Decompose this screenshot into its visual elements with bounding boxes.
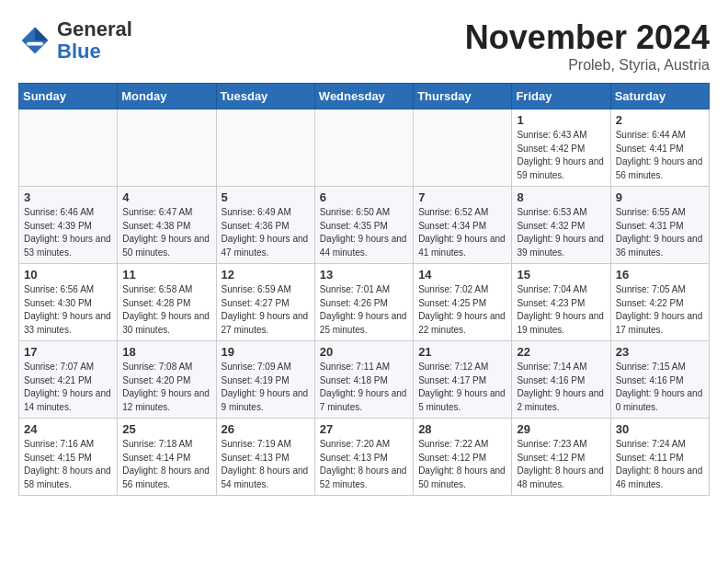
calendar-cell: 22Sunrise: 7:14 AM Sunset: 4:16 PM Dayli… bbox=[512, 341, 610, 419]
day-number: 10 bbox=[24, 268, 112, 282]
day-number: 27 bbox=[320, 422, 408, 436]
day-number: 30 bbox=[616, 422, 704, 436]
calendar-cell: 29Sunrise: 7:23 AM Sunset: 4:12 PM Dayli… bbox=[512, 419, 610, 496]
week-row-3: 10Sunrise: 6:56 AM Sunset: 4:30 PM Dayli… bbox=[19, 264, 710, 341]
day-info: Sunrise: 6:47 AM Sunset: 4:38 PM Dayligh… bbox=[122, 206, 210, 259]
calendar-cell bbox=[414, 109, 512, 187]
calendar-cell: 14Sunrise: 7:02 AM Sunset: 4:25 PM Dayli… bbox=[414, 264, 512, 341]
day-number: 14 bbox=[418, 268, 506, 282]
day-number: 3 bbox=[24, 190, 112, 204]
day-info: Sunrise: 7:16 AM Sunset: 4:15 PM Dayligh… bbox=[24, 438, 112, 491]
day-number: 12 bbox=[222, 268, 310, 282]
header-row: SundayMondayTuesdayWednesdayThursdayFrid… bbox=[19, 84, 710, 109]
calendar-cell: 5Sunrise: 6:49 AM Sunset: 4:36 PM Daylig… bbox=[216, 187, 314, 264]
svg-rect-2 bbox=[27, 42, 43, 46]
header-day-saturday: Saturday bbox=[610, 84, 709, 109]
day-info: Sunrise: 6:59 AM Sunset: 4:27 PM Dayligh… bbox=[222, 283, 310, 337]
header-day-tuesday: Tuesday bbox=[216, 84, 314, 109]
day-info: Sunrise: 6:49 AM Sunset: 4:36 PM Dayligh… bbox=[222, 206, 310, 259]
calendar-subtitle: Proleb, Styria, Austria bbox=[465, 57, 710, 74]
calendar-cell: 17Sunrise: 7:07 AM Sunset: 4:21 PM Dayli… bbox=[19, 341, 118, 419]
calendar-cell: 10Sunrise: 6:56 AM Sunset: 4:30 PM Dayli… bbox=[19, 264, 118, 341]
week-row-2: 3Sunrise: 6:46 AM Sunset: 4:39 PM Daylig… bbox=[19, 187, 710, 264]
day-number: 13 bbox=[320, 268, 408, 282]
logo-blue: Blue bbox=[57, 40, 101, 63]
header-day-thursday: Thursday bbox=[414, 84, 512, 109]
calendar-cell bbox=[19, 109, 118, 187]
day-number: 1 bbox=[517, 113, 605, 127]
page-header: General Blue November 2024 Proleb, Styri… bbox=[18, 18, 710, 74]
day-number: 21 bbox=[418, 345, 506, 359]
day-info: Sunrise: 6:55 AM Sunset: 4:31 PM Dayligh… bbox=[616, 206, 704, 259]
calendar-cell bbox=[118, 109, 216, 187]
day-info: Sunrise: 6:56 AM Sunset: 4:30 PM Dayligh… bbox=[24, 283, 112, 337]
day-info: Sunrise: 7:23 AM Sunset: 4:12 PM Dayligh… bbox=[517, 438, 605, 491]
day-info: Sunrise: 7:04 AM Sunset: 4:23 PM Dayligh… bbox=[517, 283, 605, 337]
calendar-cell: 4Sunrise: 6:47 AM Sunset: 4:38 PM Daylig… bbox=[118, 187, 216, 264]
day-info: Sunrise: 7:02 AM Sunset: 4:25 PM Dayligh… bbox=[418, 283, 506, 337]
day-number: 26 bbox=[222, 422, 310, 436]
day-number: 7 bbox=[418, 190, 506, 204]
calendar-cell: 9Sunrise: 6:55 AM Sunset: 4:31 PM Daylig… bbox=[610, 187, 709, 264]
day-number: 20 bbox=[320, 345, 408, 359]
calendar-cell bbox=[314, 109, 413, 187]
day-number: 24 bbox=[24, 422, 112, 436]
day-info: Sunrise: 7:09 AM Sunset: 4:19 PM Dayligh… bbox=[222, 361, 310, 414]
header-day-sunday: Sunday bbox=[19, 84, 118, 109]
day-info: Sunrise: 6:58 AM Sunset: 4:28 PM Dayligh… bbox=[122, 283, 210, 337]
calendar-cell: 18Sunrise: 7:08 AM Sunset: 4:20 PM Dayli… bbox=[118, 341, 216, 419]
day-number: 18 bbox=[122, 345, 210, 359]
day-number: 17 bbox=[24, 345, 112, 359]
day-info: Sunrise: 6:52 AM Sunset: 4:34 PM Dayligh… bbox=[418, 206, 506, 259]
day-info: Sunrise: 6:46 AM Sunset: 4:39 PM Dayligh… bbox=[24, 206, 112, 259]
day-number: 28 bbox=[418, 422, 506, 436]
calendar-cell: 6Sunrise: 6:50 AM Sunset: 4:35 PM Daylig… bbox=[314, 187, 413, 264]
calendar-title: November 2024 bbox=[465, 18, 710, 57]
day-number: 25 bbox=[122, 422, 210, 436]
calendar-cell: 20Sunrise: 7:11 AM Sunset: 4:18 PM Dayli… bbox=[314, 341, 413, 419]
calendar-cell: 26Sunrise: 7:19 AM Sunset: 4:13 PM Dayli… bbox=[216, 419, 314, 496]
day-number: 9 bbox=[616, 190, 704, 204]
calendar-cell: 21Sunrise: 7:12 AM Sunset: 4:17 PM Dayli… bbox=[414, 341, 512, 419]
day-number: 23 bbox=[616, 345, 704, 359]
calendar-cell: 23Sunrise: 7:15 AM Sunset: 4:16 PM Dayli… bbox=[610, 341, 709, 419]
day-info: Sunrise: 7:11 AM Sunset: 4:18 PM Dayligh… bbox=[320, 361, 408, 414]
calendar-cell: 13Sunrise: 7:01 AM Sunset: 4:26 PM Dayli… bbox=[314, 264, 413, 341]
day-info: Sunrise: 7:14 AM Sunset: 4:16 PM Dayligh… bbox=[517, 361, 605, 414]
week-row-5: 24Sunrise: 7:16 AM Sunset: 4:15 PM Dayli… bbox=[19, 419, 710, 496]
day-info: Sunrise: 7:15 AM Sunset: 4:16 PM Dayligh… bbox=[616, 361, 704, 414]
day-number: 11 bbox=[122, 268, 210, 282]
calendar-table: SundayMondayTuesdayWednesdayThursdayFrid… bbox=[18, 83, 710, 496]
day-info: Sunrise: 7:20 AM Sunset: 4:13 PM Dayligh… bbox=[320, 438, 408, 491]
day-info: Sunrise: 7:01 AM Sunset: 4:26 PM Dayligh… bbox=[320, 283, 408, 337]
calendar-cell: 24Sunrise: 7:16 AM Sunset: 4:15 PM Dayli… bbox=[19, 419, 118, 496]
calendar-cell: 16Sunrise: 7:05 AM Sunset: 4:22 PM Dayli… bbox=[610, 264, 709, 341]
day-info: Sunrise: 6:43 AM Sunset: 4:42 PM Dayligh… bbox=[517, 129, 605, 182]
week-row-4: 17Sunrise: 7:07 AM Sunset: 4:21 PM Dayli… bbox=[19, 341, 710, 419]
svg-marker-1 bbox=[35, 28, 48, 40]
calendar-cell: 30Sunrise: 7:24 AM Sunset: 4:11 PM Dayli… bbox=[610, 419, 709, 496]
day-number: 2 bbox=[616, 113, 704, 127]
week-row-1: 1Sunrise: 6:43 AM Sunset: 4:42 PM Daylig… bbox=[19, 109, 710, 187]
day-info: Sunrise: 7:24 AM Sunset: 4:11 PM Dayligh… bbox=[616, 438, 704, 491]
day-number: 4 bbox=[122, 190, 210, 204]
day-number: 22 bbox=[517, 345, 605, 359]
day-info: Sunrise: 7:18 AM Sunset: 4:14 PM Dayligh… bbox=[122, 438, 210, 491]
day-number: 29 bbox=[517, 422, 605, 436]
day-info: Sunrise: 6:50 AM Sunset: 4:35 PM Dayligh… bbox=[320, 206, 408, 259]
day-number: 15 bbox=[517, 268, 605, 282]
calendar-header: SundayMondayTuesdayWednesdayThursdayFrid… bbox=[19, 84, 710, 109]
calendar-cell: 19Sunrise: 7:09 AM Sunset: 4:19 PM Dayli… bbox=[216, 341, 314, 419]
calendar-cell: 2Sunrise: 6:44 AM Sunset: 4:41 PM Daylig… bbox=[610, 109, 709, 187]
calendar-cell: 28Sunrise: 7:22 AM Sunset: 4:12 PM Dayli… bbox=[414, 419, 512, 496]
logo-general: General bbox=[57, 17, 132, 40]
calendar-body: 1Sunrise: 6:43 AM Sunset: 4:42 PM Daylig… bbox=[19, 109, 710, 496]
header-day-wednesday: Wednesday bbox=[314, 84, 413, 109]
day-info: Sunrise: 7:12 AM Sunset: 4:17 PM Dayligh… bbox=[418, 361, 506, 414]
calendar-cell: 15Sunrise: 7:04 AM Sunset: 4:23 PM Dayli… bbox=[512, 264, 610, 341]
day-info: Sunrise: 7:07 AM Sunset: 4:21 PM Dayligh… bbox=[24, 361, 112, 414]
calendar-cell: 25Sunrise: 7:18 AM Sunset: 4:14 PM Dayli… bbox=[118, 419, 216, 496]
day-info: Sunrise: 7:22 AM Sunset: 4:12 PM Dayligh… bbox=[418, 438, 506, 491]
calendar-cell: 11Sunrise: 6:58 AM Sunset: 4:28 PM Dayli… bbox=[118, 264, 216, 341]
header-day-friday: Friday bbox=[512, 84, 610, 109]
